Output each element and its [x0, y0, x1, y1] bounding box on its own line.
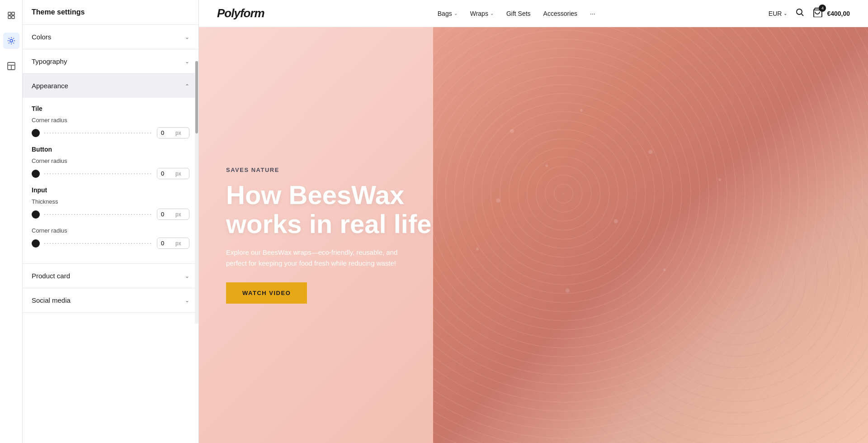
store-logo: Polyform [217, 6, 264, 20]
button-corner-radius-input[interactable] [157, 168, 175, 179]
input-corner-radius-label: Corner radius [32, 227, 189, 234]
scroll-thumb [195, 61, 198, 133]
svg-rect-3 [12, 16, 14, 19]
button-px-unit: px [175, 169, 184, 179]
input-thickness-input[interactable] [157, 209, 175, 219]
settings-header: Theme settings [23, 0, 198, 25]
hero-image-area [433, 27, 868, 443]
input-thickness-thumb [32, 210, 40, 219]
settings-panel: Theme settings Colors ⌄ Typography ⌄ App… [23, 0, 199, 443]
button-slider-track[interactable] [44, 173, 152, 174]
nav-more-label: ··· [590, 10, 595, 17]
store-actions: EUR ⌄ 4 €400,00 [769, 7, 850, 19]
nav-bags-label: Bags [438, 10, 452, 17]
colors-chevron: ⌄ [185, 34, 189, 40]
button-corner-radius-control: px [32, 168, 189, 179]
tile-px-input-group: px [157, 127, 189, 138]
settings-scroll[interactable]: Colors ⌄ Typography ⌄ Appearance ⌄ Tile … [23, 25, 198, 443]
section-social-media: Social media ⌄ [23, 288, 198, 313]
input-thickness-unit: px [175, 210, 184, 219]
input-corner-radius-track[interactable] [44, 243, 152, 244]
svg-point-16 [476, 248, 479, 250]
nav-wraps[interactable]: Wraps ⌄ [470, 10, 494, 17]
nav-accessories-label: Accessories [543, 10, 577, 17]
svg-rect-0 [8, 12, 11, 15]
nav-gift-sets-label: Gift Sets [506, 10, 531, 17]
appearance-section-header[interactable]: Appearance ⌄ [23, 74, 198, 98]
input-corner-radius-control: px [32, 238, 189, 249]
preview-area: Polyform Bags ⌄ Wraps ⌄ Gift Sets Access… [199, 0, 868, 443]
button-corner-radius-label: Corner radius [32, 157, 189, 164]
svg-point-8 [797, 9, 802, 14]
hero-section: SAVES NATURE How BeesWax works in real l… [199, 27, 868, 443]
input-corner-radius-unit: px [175, 238, 184, 248]
cart-badge: 4 [819, 5, 826, 12]
input-corner-radius-thumb [32, 239, 40, 248]
section-product-card: Product card ⌄ [23, 264, 198, 288]
svg-point-11 [510, 129, 514, 133]
svg-rect-1 [12, 12, 14, 15]
tile-corner-radius-input[interactable] [157, 128, 175, 138]
appearance-chevron: ⌄ [185, 83, 189, 89]
nav-bags[interactable]: Bags ⌄ [438, 10, 458, 17]
nav-wraps-arrow: ⌄ [490, 11, 494, 16]
section-appearance: Appearance ⌄ Tile Corner radius px [23, 74, 198, 264]
typography-section-header[interactable]: Typography ⌄ [23, 49, 198, 73]
colors-section-header[interactable]: Colors ⌄ [23, 25, 198, 49]
section-typography: Typography ⌄ [23, 49, 198, 74]
currency-selector[interactable]: EUR ⌄ [769, 10, 788, 17]
layout-button[interactable] [3, 58, 19, 74]
currency-arrow: ⌄ [783, 11, 787, 16]
settings-button[interactable] [3, 33, 19, 49]
input-thickness-px-group: px [157, 209, 189, 220]
scroll-indicator [195, 61, 198, 324]
input-thickness-track[interactable] [44, 214, 152, 215]
svg-point-13 [496, 198, 500, 202]
social-media-chevron: ⌄ [185, 297, 189, 304]
button-subsection: Button Corner radius px [32, 146, 189, 179]
tile-subsection: Tile Corner radius px [32, 105, 189, 138]
hero-description: Explore our BeesWax wraps—eco-friendly, … [226, 247, 407, 269]
tile-corner-radius-control: px [32, 127, 189, 138]
nav-accessories[interactable]: Accessories [543, 10, 577, 17]
hero-title: How BeesWax works in real life [226, 181, 452, 238]
svg-point-14 [580, 109, 583, 112]
button-px-input-group: px [157, 168, 189, 179]
store-header: Polyform Bags ⌄ Wraps ⌄ Gift Sets Access… [199, 0, 868, 27]
product-card-section-header[interactable]: Product card ⌄ [23, 264, 198, 288]
social-media-label: Social media [32, 296, 71, 304]
grid-view-button[interactable] [3, 7, 19, 24]
nav-gift-sets[interactable]: Gift Sets [506, 10, 531, 17]
cart-price: €400,00 [827, 10, 850, 17]
svg-point-4 [10, 39, 13, 42]
tile-corner-radius-label: Corner radius [32, 117, 189, 124]
input-corner-radius-input[interactable] [157, 238, 175, 248]
icon-toolbar [0, 0, 23, 443]
button-label: Button [32, 146, 189, 153]
input-subsection: Input Thickness px Corner radius [32, 186, 189, 249]
nav-more[interactable]: ··· [590, 10, 595, 17]
svg-point-20 [718, 178, 721, 181]
social-media-section-header[interactable]: Social media ⌄ [23, 288, 198, 312]
tile-slider-track[interactable] [44, 133, 152, 133]
nav-wraps-label: Wraps [470, 10, 488, 17]
tile-slider-thumb [32, 129, 40, 137]
input-corner-radius-px-group: px [157, 238, 189, 249]
tile-px-unit: px [175, 128, 184, 138]
product-card-chevron: ⌄ [185, 273, 189, 279]
hero-content: SAVES NATURE How BeesWax works in real l… [226, 167, 452, 304]
section-colors: Colors ⌄ [23, 25, 198, 49]
input-label: Input [32, 186, 189, 194]
colors-label: Colors [32, 33, 51, 41]
svg-point-17 [648, 150, 652, 154]
cart-button[interactable]: 4 [812, 7, 822, 19]
svg-point-12 [545, 164, 548, 167]
hero-cta-button[interactable]: WATCH VIDEO [226, 282, 307, 304]
hero-tagline: SAVES NATURE [226, 167, 452, 173]
button-slider-thumb [32, 170, 40, 178]
product-card-label: Product card [32, 272, 70, 280]
search-button[interactable] [795, 8, 804, 19]
appearance-content: Tile Corner radius px Button Corner rad [23, 105, 198, 263]
nav-bags-arrow: ⌄ [454, 11, 458, 16]
typography-chevron: ⌄ [185, 58, 189, 65]
